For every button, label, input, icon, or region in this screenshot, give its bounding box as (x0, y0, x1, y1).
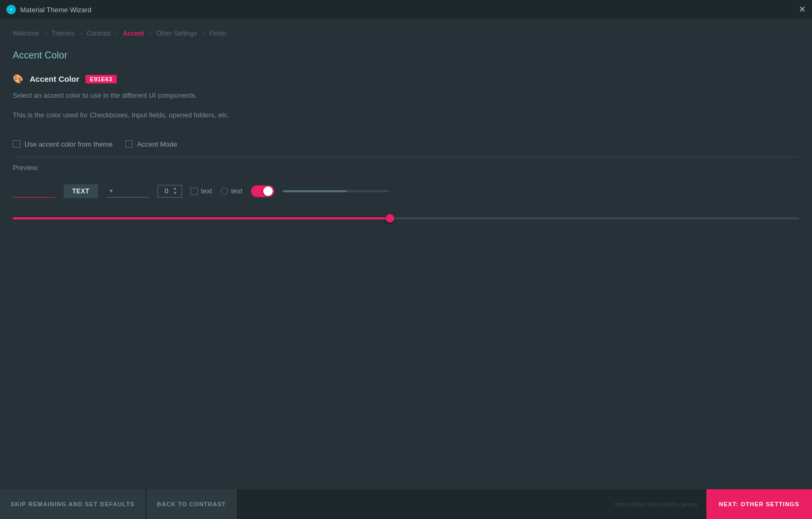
page-title: Accent Color (13, 50, 799, 61)
breadcrumb-arrow-1: → (42, 30, 48, 37)
breadcrumb-welcome[interactable]: Welcome (13, 30, 39, 37)
skip-button[interactable]: SKIP REMAINING AND SET DEFAULTS (0, 489, 145, 519)
preview-checkbox-label: text (201, 187, 212, 195)
preview-toggle[interactable] (251, 185, 274, 197)
section-title: Accent Color (30, 74, 79, 83)
breadcrumb-accent[interactable]: Accent (123, 30, 144, 37)
main-content: Welcome → Themes → Contrast → Accent → O… (0, 19, 812, 489)
breadcrumb-arrow-5: → (200, 30, 206, 37)
breadcrumb-other-settings[interactable]: Other Settings (157, 30, 197, 37)
options-row: Use accent color from theme Accent Mode (13, 140, 799, 157)
preview-radio[interactable]: text (221, 187, 243, 195)
back-button[interactable]: BACK TO CONTRAST (146, 489, 237, 519)
preview-checkbox[interactable]: text (191, 187, 212, 195)
spinner-arrows[interactable]: ▲ ▼ (173, 186, 177, 195)
breadcrumb-arrow-3: → (114, 30, 120, 37)
close-button[interactable]: ✕ (799, 5, 806, 14)
preview-checkbox-box[interactable] (191, 188, 198, 195)
use-accent-label: Use accent color from theme (24, 140, 113, 148)
slider-row (13, 213, 799, 224)
spinner-up-icon[interactable]: ▲ (173, 186, 177, 191)
spinner-value: 0 (162, 187, 171, 195)
next-button[interactable]: NEXT: OTHER SETTINGS (706, 489, 812, 519)
app-title: Material Theme Wizard (20, 6, 91, 14)
breadcrumb-contrast[interactable]: Contrast (87, 30, 110, 37)
title-bar: Material Theme Wizard ✕ (0, 0, 812, 19)
preview-label: Preview: (13, 164, 799, 172)
preview-section: Preview: TEXT ▼ 0 ▲ ▼ text (13, 157, 799, 224)
description-line2: This is the color used for Checkboxes, I… (13, 110, 799, 121)
watermark: https://blog.csdn.net/aha_jasper (607, 501, 706, 507)
preview-radio-label: text (231, 187, 243, 195)
bottom-bar-left: SKIP REMAINING AND SET DEFAULTS BACK TO … (0, 489, 237, 519)
breadcrumb-arrow-2: → (77, 30, 83, 37)
toggle-knob (263, 186, 273, 196)
app-icon (6, 5, 16, 14)
preview-progress (283, 190, 389, 192)
bottom-bar: SKIP REMAINING AND SET DEFAULTS BACK TO … (0, 489, 812, 519)
preview-spinner[interactable]: 0 ▲ ▼ (158, 185, 182, 198)
section-header: 🎨 Accent Color E91E63 (13, 74, 799, 84)
accent-mode-checkbox[interactable] (125, 140, 133, 148)
use-accent-option[interactable]: Use accent color from theme (13, 140, 113, 148)
breadcrumb-finish[interactable]: Finish (209, 30, 226, 37)
preview-button[interactable]: TEXT (64, 184, 98, 198)
preview-dropdown[interactable]: ▼ (107, 185, 149, 198)
description-line1: Select an accent color to use in the dif… (13, 90, 799, 101)
breadcrumb: Welcome → Themes → Contrast → Accent → O… (13, 30, 799, 37)
use-accent-checkbox[interactable] (13, 140, 20, 148)
preview-text-input[interactable] (13, 185, 55, 198)
palette-icon: 🎨 (13, 74, 23, 84)
preview-progress-fill (283, 190, 347, 192)
preview-slider[interactable] (13, 217, 799, 219)
spinner-down-icon[interactable]: ▼ (173, 191, 177, 195)
accent-mode-option[interactable]: Accent Mode (125, 140, 177, 148)
bottom-bar-right: https://blog.csdn.net/aha_jasper NEXT: O… (607, 489, 812, 519)
chevron-down-icon: ▼ (109, 188, 114, 194)
preview-radio-circle[interactable] (221, 188, 228, 195)
breadcrumb-themes[interactable]: Themes (51, 30, 74, 37)
color-badge[interactable]: E91E63 (85, 75, 116, 83)
accent-mode-label: Accent Mode (137, 140, 177, 148)
preview-slider-thumb[interactable] (386, 214, 394, 223)
title-bar-left: Material Theme Wizard (6, 5, 91, 14)
breadcrumb-arrow-4: → (148, 30, 153, 37)
preview-slider-fill (13, 217, 390, 219)
preview-widgets: TEXT ▼ 0 ▲ ▼ text text (13, 180, 799, 202)
accent-section: 🎨 Accent Color E91E63 Select an accent c… (13, 74, 799, 130)
